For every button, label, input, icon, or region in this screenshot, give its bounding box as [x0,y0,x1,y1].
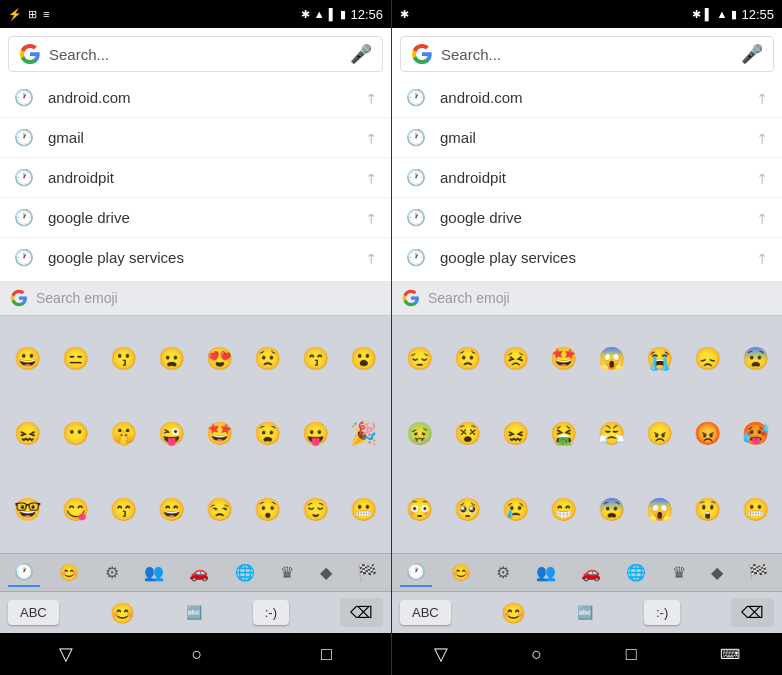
r-emoji-6[interactable]: 😭 [636,322,682,396]
suggestion-gmail-r[interactable]: 🕐 gmail ↗ [392,118,782,158]
emoji-13[interactable]: 🤩 [197,398,243,472]
right-abc-button[interactable]: ABC [400,600,451,625]
cat-travel-l[interactable]: 🚗 [183,559,215,586]
emoji-7[interactable]: 😙 [293,322,339,396]
right-search-bar[interactable]: Search... 🎤 [400,36,774,72]
emoji-19[interactable]: 😙 [100,473,146,547]
r-emoji-19[interactable]: 😢 [492,473,538,547]
right-recents-button[interactable]: □ [626,644,637,665]
r-emoji-23[interactable]: 😲 [684,473,730,547]
r-emoji-17[interactable]: 😳 [396,473,442,547]
cat-globe-l[interactable]: 🌐 [229,559,261,586]
cat-crown-l[interactable]: ♛ [274,559,300,586]
emoji-16[interactable]: 🎉 [341,398,387,472]
cat-people-r[interactable]: 👥 [530,559,562,586]
cat-globe-r[interactable]: 🌐 [620,559,652,586]
r-emoji-12[interactable]: 🤮 [540,398,586,472]
suggestion-gdrive-r[interactable]: 🕐 google drive ↗ [392,198,782,238]
emoji-3[interactable]: 😗 [100,322,146,396]
right-delete-button[interactable]: ⌫ [731,598,774,627]
emoji-5[interactable]: 😍 [197,322,243,396]
suggestion-gps-l[interactable]: 🕐 google play services ↗ [0,238,391,277]
emoji-22[interactable]: 😯 [245,473,291,547]
suggestion-gps-r[interactable]: 🕐 google play services ↗ [392,238,782,277]
r-emoji-7[interactable]: 😞 [684,322,730,396]
emoji-6[interactable]: 😟 [245,322,291,396]
right-keyboard-button[interactable]: ⌨ [720,646,740,662]
left-delete-button[interactable]: ⌫ [340,598,383,627]
left-home-button[interactable]: ○ [192,644,203,665]
r-emoji-4[interactable]: 🤩 [540,322,586,396]
emoji-18[interactable]: 😋 [52,473,98,547]
left-smiley-button[interactable]: :-) [253,600,289,625]
emoji-4[interactable]: 😦 [148,322,194,396]
cat-settings-r[interactable]: ⚙ [490,559,516,586]
right-mic-icon[interactable]: 🎤 [741,43,763,65]
r-emoji-15[interactable]: 😡 [684,398,730,472]
emoji-20[interactable]: 😄 [148,473,194,547]
left-emoji-search-bar[interactable]: Search emoji [0,281,391,316]
emoji-8[interactable]: 😮 [341,322,387,396]
cat-settings-l[interactable]: ⚙ [99,559,125,586]
suggestion-android-r[interactable]: 🕐 android.com ↗ [392,78,782,118]
r-emoji-16[interactable]: 🥵 [732,398,778,472]
right-emoji-button[interactable]: 😊 [501,601,526,625]
r-emoji-13[interactable]: 😤 [588,398,634,472]
left-text-icon[interactable]: 🔤 [186,605,202,620]
r-emoji-2[interactable]: 😟 [444,322,490,396]
r-emoji-5[interactable]: 😱 [588,322,634,396]
cat-recent-r[interactable]: 🕐 [400,558,432,587]
cat-people-l[interactable]: 👥 [138,559,170,586]
left-search-input[interactable]: Search... [49,46,342,63]
emoji-23[interactable]: 😌 [293,473,339,547]
r-emoji-8[interactable]: 😨 [732,322,778,396]
left-emoji-button[interactable]: 😊 [110,601,135,625]
r-emoji-21[interactable]: 😨 [588,473,634,547]
left-search-bar[interactable]: Search... 🎤 [8,36,383,72]
r-emoji-22[interactable]: 😱 [636,473,682,547]
suggestion-androidpit-r[interactable]: 🕐 androidpit ↗ [392,158,782,198]
emoji-12[interactable]: 😜 [148,398,194,472]
r-emoji-24[interactable]: 😬 [732,473,778,547]
cat-emoji-r[interactable]: 😊 [445,559,477,586]
r-emoji-1[interactable]: 😔 [396,322,442,396]
left-abc-button[interactable]: ABC [8,600,59,625]
r-emoji-11[interactable]: 😖 [492,398,538,472]
cat-recent-l[interactable]: 🕐 [8,558,40,587]
emoji-9[interactable]: 😖 [4,398,50,472]
right-smiley-button[interactable]: :-) [644,600,680,625]
r-emoji-9[interactable]: 🤢 [396,398,442,472]
suggestion-android-l[interactable]: 🕐 android.com ↗ [0,78,391,118]
emoji-11[interactable]: 🤫 [100,398,146,472]
emoji-24[interactable]: 😬 [341,473,387,547]
right-home-button[interactable]: ○ [531,644,542,665]
left-mic-icon[interactable]: 🎤 [350,43,372,65]
suggestion-gdrive-l[interactable]: 🕐 google drive ↗ [0,198,391,238]
cat-travel-r[interactable]: 🚗 [575,559,607,586]
r-emoji-14[interactable]: 😠 [636,398,682,472]
emoji-15[interactable]: 😛 [293,398,339,472]
cat-crown-r[interactable]: ♛ [666,559,692,586]
cat-emoji-l[interactable]: 😊 [53,559,85,586]
emoji-1[interactable]: 😀 [4,322,50,396]
left-recents-button[interactable]: □ [321,644,332,665]
r-emoji-3[interactable]: 😣 [492,322,538,396]
r-emoji-20[interactable]: 😁 [540,473,586,547]
emoji-21[interactable]: 😒 [197,473,243,547]
suggestion-gmail-l[interactable]: 🕐 gmail ↗ [0,118,391,158]
r-emoji-10[interactable]: 😵 [444,398,490,472]
emoji-17[interactable]: 🤓 [4,473,50,547]
right-back-button[interactable]: ▽ [434,643,448,665]
r-emoji-18[interactable]: 🥺 [444,473,490,547]
cat-diamond-l[interactable]: ◆ [314,559,338,586]
cat-diamond-r[interactable]: ◆ [705,559,729,586]
emoji-2[interactable]: 😑 [52,322,98,396]
emoji-10[interactable]: 😶 [52,398,98,472]
cat-flag-l[interactable]: 🏁 [351,559,383,586]
suggestion-androidpit-l[interactable]: 🕐 androidpit ↗ [0,158,391,198]
emoji-14[interactable]: 😧 [245,398,291,472]
right-text-icon[interactable]: 🔤 [577,605,593,620]
right-search-input[interactable]: Search... [441,46,733,63]
right-emoji-search-bar[interactable]: Search emoji [392,281,782,316]
cat-flag-r[interactable]: 🏁 [742,559,774,586]
